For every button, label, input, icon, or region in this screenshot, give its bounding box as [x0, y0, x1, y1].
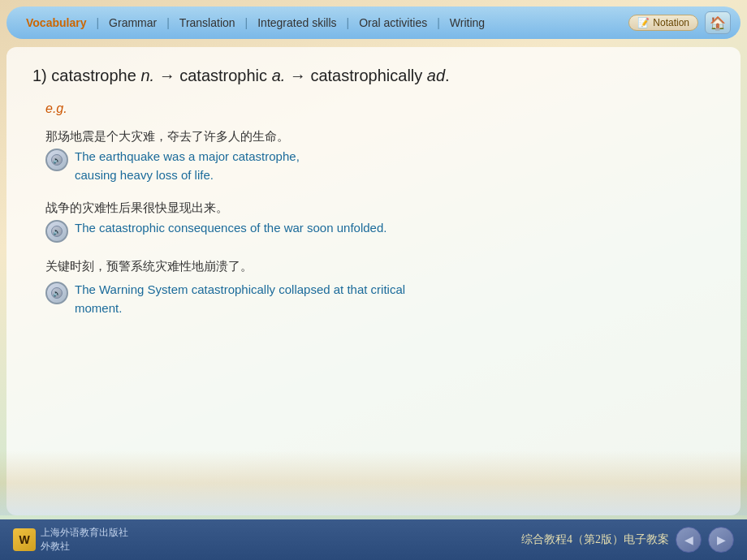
nav-grammar[interactable]: Grammar — [99, 16, 166, 29]
chinese-text-1: 那场地震是个大灾难，夺去了许多人的生命。 — [45, 129, 715, 144]
english-line-3: 🔊 The Warning System catastrophically co… — [45, 281, 715, 317]
heading-arrow2: → catastrophically — [285, 67, 427, 84]
nav-right-controls: 📝 Notation 🏠 — [628, 11, 731, 34]
nav-oral-activities[interactable]: Oral activities — [349, 16, 437, 29]
bottom-right: 综合教程4（第2版）电子教案 ◀ ▶ — [521, 527, 734, 553]
english-text-3: The Warning System catastrophically coll… — [75, 281, 405, 317]
nav-bar: Vocabulary | Grammar | Translation | Int… — [6, 6, 741, 39]
english-text-2: The catastrophic consequences of the war… — [75, 219, 386, 238]
english-text-1: The earthquake was a major catastrophe, … — [75, 148, 300, 184]
home-icon: 🏠 — [710, 15, 726, 31]
nav-integrated-skills[interactable]: Integrated skills — [248, 16, 346, 29]
heading-n: n. — [140, 67, 154, 84]
main-content: 1) catastrophe n. → catastrophic a. → ca… — [6, 47, 741, 515]
english-text-1b: causing heavy loss of life. — [75, 168, 214, 182]
publisher-icon: W — [13, 528, 36, 551]
heading-prefix: 1) catastrophe — [32, 67, 140, 84]
notation-label: Notation — [653, 17, 689, 28]
eg-label: e.g. — [32, 101, 715, 116]
prev-button[interactable]: ◀ — [676, 527, 702, 553]
publisher-sub: 外教社 — [41, 540, 128, 554]
nav-translation[interactable]: Translation — [170, 16, 245, 29]
heading-suffix: . — [445, 67, 450, 84]
publisher-name: 上海外语教育出版社 — [41, 526, 128, 540]
example-block-3: 关键时刻，预警系统灾难性地崩溃了。 🔊 The Warning System c… — [32, 259, 715, 317]
book-title: 综合教程4（第2版）电子教案 — [521, 532, 669, 547]
publisher-logo: W 上海外语教育出版社 外教社 — [13, 526, 128, 554]
speaker-icon-3[interactable]: 🔊 — [45, 282, 68, 304]
chinese-text-2: 战争的灾难性后果很快显现出来。 — [45, 200, 715, 216]
example-block-1: 那场地震是个大灾难，夺去了许多人的生命。 🔊 The earthquake wa… — [32, 129, 715, 184]
nav-writing[interactable]: Writing — [440, 16, 494, 29]
english-line-1: 🔊 The earthquake was a major catastrophe… — [45, 148, 715, 184]
app-container: Vocabulary | Grammar | Translation | Int… — [0, 0, 747, 560]
home-button[interactable]: 🏠 — [705, 11, 731, 34]
english-text-3b: moment. — [75, 301, 122, 315]
heading-a: a. — [272, 67, 286, 84]
example-block-2: 战争的灾难性后果很快显现出来。 🔊 The catastrophic conse… — [32, 200, 715, 243]
bottom-bar: W 上海外语教育出版社 外教社 综合教程4（第2版）电子教案 ◀ ▶ — [0, 519, 747, 560]
publisher-info: 上海外语教育出版社 外教社 — [41, 526, 128, 554]
speaker-icon-2[interactable]: 🔊 — [45, 220, 68, 243]
next-button[interactable]: ▶ — [708, 527, 734, 553]
nav-vocabulary[interactable]: Vocabulary — [16, 16, 96, 29]
heading-arrow1: → catastrophic — [154, 67, 272, 84]
chinese-text-3: 关键时刻，预警系统灾难性地崩溃了。 — [45, 259, 715, 274]
english-line-2: 🔊 The catastrophic consequences of the w… — [45, 219, 715, 243]
notation-button[interactable]: 📝 Notation — [628, 15, 698, 31]
notation-icon: 📝 — [637, 17, 650, 28]
heading-ad: ad — [427, 67, 445, 84]
word-heading: 1) catastrophe n. → catastrophic a. → ca… — [32, 67, 715, 85]
speaker-icon-1[interactable]: 🔊 — [45, 149, 68, 171]
